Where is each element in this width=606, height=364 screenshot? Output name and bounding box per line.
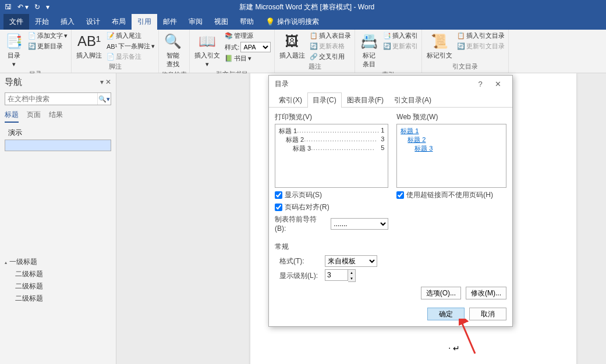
show-page-num-check[interactable]: 显示页码(S) [275,190,388,200]
nav-item[interactable]: 演示 [5,126,111,140]
print-preview-box: 标题 1...................................1… [275,124,388,188]
general-label: 常规 [275,242,506,252]
options-button[interactable]: 选项(O)... [421,287,461,299]
next-footnote-button[interactable]: AB¹ 下一条脚注 ▾ [105,41,156,51]
window-title: 新建 Microsoft Word 文档 [兼容模式] - Word [54,2,559,12]
tab-review[interactable]: 审阅 [183,14,208,30]
print-preview-label: 打印预览(V) [275,112,388,122]
text-cursor: ‧ ↵ [448,344,460,353]
web-preview-label: Web 预览(W) [396,112,506,122]
update-toa-button: 🔄 更新引文目录 [456,41,506,51]
cross-reference-button[interactable]: 🔗 交叉引用 [309,52,352,62]
update-table-button: 🔄 更新表格 [309,41,352,51]
nav-search-icon[interactable]: 🔍▾ [97,93,111,105]
insert-endnote-button[interactable]: 📝 插入尾注 [105,31,156,41]
tab-leader-label: 制表符前导符(B): [275,215,327,233]
insert-footnote-button[interactable]: AB¹ 插入脚注 [74,31,104,61]
dialog-title: 目录 [275,79,289,89]
nav-search-input[interactable] [5,93,97,105]
add-text-button[interactable]: 📄 添加文字 ▾ [27,31,69,41]
insert-figures-button[interactable]: 📋 插入表目录 [309,31,352,41]
nav-tab-headings[interactable]: 标题 [5,110,19,123]
tab-home[interactable]: 开始 [29,14,55,30]
tab-mailings[interactable]: 邮件 [157,14,183,30]
tab-design[interactable]: 设计 [80,14,106,30]
show-notes-button: 📄 显示备注 [105,52,156,62]
insert-index-button[interactable]: 📑 插入索引 [382,31,419,41]
web-link[interactable]: 标题 1 [401,127,502,135]
web-link[interactable]: 标题 3 [401,144,502,153]
update-index-button: 🔄 更新索引 [382,41,419,51]
citation-style-select[interactable]: 样式: APA [224,41,272,53]
dlg-tab-figures[interactable]: 图表目录(F) [342,92,389,108]
nav-heading-2[interactable]: 二级标题 [5,268,111,280]
mark-entry-button[interactable]: 📇 标记 条目 [357,31,381,70]
citation-icon: 📖 [198,32,217,51]
nav-tab-pages[interactable]: 页面 [27,110,41,123]
web-preview-box: 标题 1 标题 2 标题 3 [396,124,506,188]
modify-button[interactable]: 修改(M)... [466,287,506,299]
tab-layout[interactable]: 布局 [106,14,132,30]
mark-citation-button[interactable]: 📜 标记引文 [424,31,455,61]
spin-up-icon[interactable]: ▲ [348,270,355,276]
group-toa: 引文目录 [424,62,506,72]
qat-customize-icon[interactable]: ▾ [46,3,49,11]
show-levels-label: 显示级别(L): [279,271,321,281]
right-align-check[interactable]: 页码右对齐(R) [275,202,388,212]
insert-toa-button[interactable]: 📋 插入引文目录 [456,31,506,41]
bulb-icon: 💡 [265,17,275,26]
bibliography-button[interactable]: 📗 书目 ▾ [224,53,272,63]
nav-close-icon[interactable]: ▾ ✕ [100,78,111,86]
footnote-icon: AB¹ [80,32,98,51]
manage-sources-button[interactable]: 📚 管理源 [224,31,272,41]
dialog-help-icon[interactable]: ? [472,80,489,88]
nav-heading-2[interactable]: 二级标题 [5,280,111,292]
cancel-button[interactable]: 取消 [469,308,506,320]
tab-insert[interactable]: 插入 [55,14,80,30]
ok-button[interactable]: 确定 [427,308,465,320]
nav-heading-2[interactable]: 二级标题 [5,292,111,305]
tab-help[interactable]: 帮助 [234,14,260,30]
nav-item-selected[interactable] [5,140,111,151]
smart-lookup-button[interactable]: 🔍 智能 查找 [161,31,185,70]
nav-search[interactable]: 🔍▾ [5,92,111,105]
caption-icon: 🖼 [283,32,302,51]
nav-tab-results[interactable]: 结果 [49,110,63,123]
toc-icon: 📑 [5,32,23,51]
tab-view[interactable]: 视图 [208,14,234,30]
index-mark-icon: 📇 [360,32,378,51]
web-link[interactable]: 标题 2 [401,135,502,144]
spin-down-icon[interactable]: ▼ [348,276,355,281]
dlg-tab-toc[interactable]: 目录(C) [307,92,342,108]
group-footnote: 脚注 [74,62,156,72]
group-captions: 题注 [277,62,352,72]
search-icon: 🔍 [164,32,182,51]
toc-button[interactable]: 📑 目录 ▾ [2,31,26,69]
insert-citation-button[interactable]: 📖 插入引文 ▾ [192,31,222,69]
dlg-tab-index[interactable]: 索引(X) [274,92,307,108]
save-icon[interactable]: 🖫 [5,3,12,11]
tab-references[interactable]: 引用 [132,14,157,30]
tab-file[interactable]: 文件 [3,14,29,30]
redo-icon[interactable]: ↻ [34,3,40,11]
update-toc-button[interactable]: 🔄 更新目录 [27,41,69,51]
nav-title: 导航 [5,77,111,88]
format-select[interactable]: 来自模板 [325,255,377,267]
nav-heading-1[interactable]: 一级标题 [5,256,111,268]
format-label: 格式(T): [279,256,321,266]
toa-icon: 📜 [430,32,449,51]
use-hyperlinks-check[interactable]: 使用超链接而不使用页码(H) [396,190,506,200]
dialog-close-icon[interactable]: ✕ [489,80,506,88]
dlg-tab-authorities[interactable]: 引文目录(A) [389,92,437,108]
levels-spinner[interactable]: ▲▼ [325,269,356,282]
toc-dialog: 目录 ? ✕ 索引(X) 目录(C) 图表目录(F) 引文目录(A) 打印预览(… [268,75,513,327]
undo-icon[interactable]: ↶ ▾ [17,3,29,11]
tab-leader-select[interactable]: ....... [331,218,388,230]
tell-me[interactable]: 💡 操作说明搜索 [260,14,325,30]
insert-caption-button[interactable]: 🖼 插入题注 [277,31,307,61]
